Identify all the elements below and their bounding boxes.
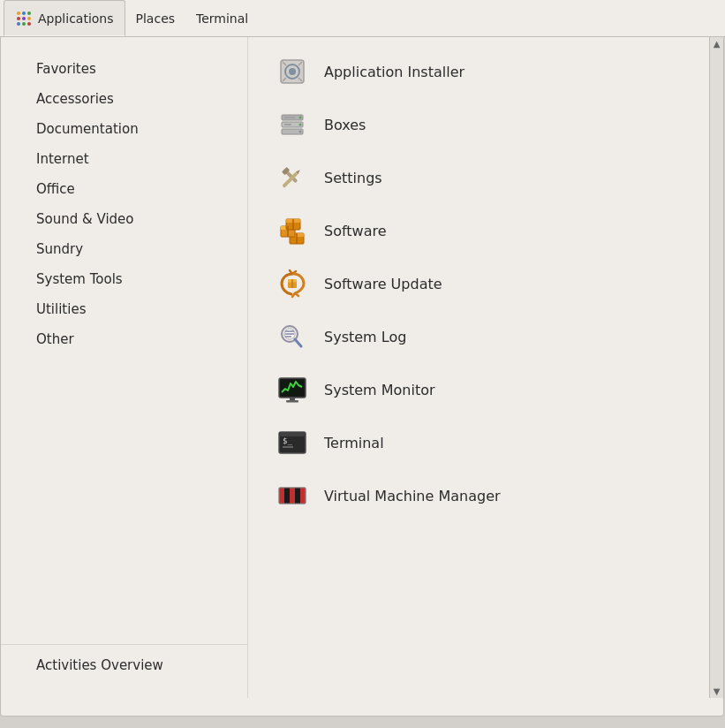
right-item-app-installer[interactable]: Application Installer bbox=[266, 47, 691, 96]
svg-text:$_: $_ bbox=[283, 436, 292, 445]
svg-rect-58 bbox=[295, 488, 300, 504]
scroll-down-arrow[interactable]: ▼ bbox=[712, 686, 722, 696]
software-update-icon bbox=[275, 266, 310, 301]
menu-applications[interactable]: Applications bbox=[4, 0, 125, 36]
software-icon bbox=[275, 213, 310, 248]
software-update-label: Software Update bbox=[324, 276, 442, 292]
sidebar-item-favorites[interactable]: Favorites bbox=[1, 54, 247, 84]
svg-point-11 bbox=[289, 68, 296, 75]
menu-places[interactable]: Places bbox=[125, 0, 186, 36]
sidebar-item-sound-video[interactable]: Sound & Video bbox=[1, 204, 247, 234]
terminal-icon: $_ bbox=[275, 425, 310, 460]
svg-point-5 bbox=[27, 17, 31, 20]
svg-point-6 bbox=[17, 22, 20, 26]
scroll-up-arrow[interactable]: ▲ bbox=[712, 38, 722, 49]
left-column: Favorites Accessories Documentation Inte… bbox=[1, 36, 248, 698]
svg-rect-23 bbox=[284, 124, 291, 125]
svg-point-0 bbox=[17, 11, 20, 15]
sidebar-item-documentation[interactable]: Documentation bbox=[1, 114, 247, 144]
svg-point-1 bbox=[22, 11, 26, 15]
menubar: Applications Places Terminal bbox=[0, 0, 725, 37]
right-item-software[interactable]: Software bbox=[266, 206, 691, 255]
app-installer-label: Application Installer bbox=[324, 64, 464, 80]
svg-rect-59 bbox=[300, 488, 306, 504]
right-item-settings[interactable]: Settings bbox=[266, 153, 691, 202]
applications-icon bbox=[15, 10, 33, 27]
virtual-machine-icon bbox=[275, 478, 310, 513]
svg-point-21 bbox=[299, 131, 302, 133]
sidebar-item-other[interactable]: Other bbox=[1, 324, 247, 354]
right-column: Application Installer Boxes bbox=[248, 36, 709, 698]
svg-point-2 bbox=[27, 11, 31, 15]
right-item-boxes[interactable]: Boxes bbox=[266, 100, 691, 149]
sidebar-item-accessories[interactable]: Accessories bbox=[1, 84, 247, 114]
scrollbar[interactable]: ▲ ▼ bbox=[709, 36, 723, 698]
menu-terminal[interactable]: Terminal bbox=[185, 0, 259, 36]
menu-terminal-label: Terminal bbox=[196, 11, 248, 26]
virtual-machine-label: Virtual Machine Manager bbox=[324, 488, 501, 504]
boxes-icon bbox=[275, 107, 310, 142]
sidebar-item-sundry[interactable]: Sundry bbox=[1, 234, 247, 264]
svg-rect-47 bbox=[281, 380, 304, 396]
sidebar-item-office[interactable]: Office bbox=[1, 174, 247, 204]
applications-dropdown: Favorites Accessories Documentation Inte… bbox=[0, 36, 724, 717]
system-monitor-icon bbox=[275, 372, 310, 407]
settings-label: Settings bbox=[324, 170, 382, 186]
right-item-system-monitor[interactable]: System Monitor bbox=[266, 365, 691, 414]
svg-rect-49 bbox=[286, 400, 298, 403]
system-log-icon bbox=[275, 319, 310, 354]
menu-places-label: Places bbox=[136, 11, 176, 26]
svg-point-3 bbox=[17, 17, 20, 20]
sidebar-item-system-tools[interactable]: System Tools bbox=[1, 264, 247, 294]
svg-rect-57 bbox=[290, 488, 295, 504]
svg-rect-55 bbox=[279, 488, 284, 504]
sidebar-item-internet[interactable]: Internet bbox=[1, 144, 247, 174]
svg-point-20 bbox=[299, 124, 302, 126]
svg-line-45 bbox=[295, 339, 301, 346]
right-item-system-log[interactable]: System Log bbox=[266, 312, 691, 361]
right-item-terminal[interactable]: $_ Terminal bbox=[266, 418, 691, 467]
svg-point-8 bbox=[27, 22, 31, 26]
activities-overview[interactable]: Activities Overview bbox=[1, 644, 247, 680]
boxes-label: Boxes bbox=[324, 117, 366, 133]
settings-icon bbox=[275, 160, 310, 195]
svg-point-4 bbox=[22, 17, 26, 20]
menu-applications-label: Applications bbox=[38, 11, 114, 26]
terminal-label: Terminal bbox=[324, 435, 384, 451]
right-item-virtual-machine[interactable]: Virtual Machine Manager bbox=[266, 471, 691, 520]
installer-icon bbox=[275, 54, 310, 89]
software-label: Software bbox=[324, 223, 387, 239]
svg-point-19 bbox=[299, 117, 302, 119]
system-log-label: System Log bbox=[324, 329, 406, 345]
sidebar-item-utilities[interactable]: Utilities bbox=[1, 294, 247, 324]
svg-rect-56 bbox=[284, 488, 290, 504]
right-item-software-update[interactable]: Software Update bbox=[266, 259, 691, 308]
svg-point-7 bbox=[22, 22, 26, 26]
system-monitor-label: System Monitor bbox=[324, 382, 435, 398]
svg-rect-22 bbox=[284, 117, 295, 118]
